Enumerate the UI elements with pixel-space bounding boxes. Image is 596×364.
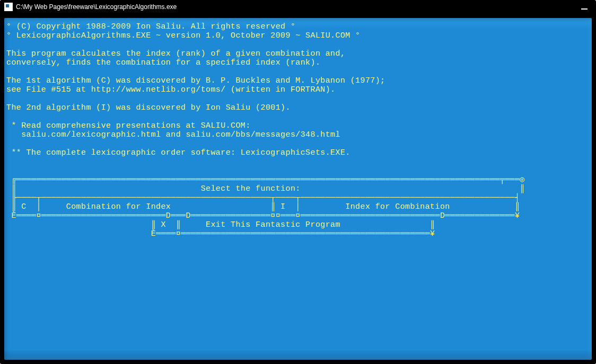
console-frame: ° (C) Copyright 1988-2009 Ion Saliu. All… bbox=[0, 14, 596, 364]
minimize-button[interactable] bbox=[577, 2, 592, 12]
read-line-2: saliu.com/lexicographic.html and saliu.c… bbox=[6, 130, 340, 139]
read-line-1: * Read comprehensive presentations at SA… bbox=[6, 121, 251, 130]
menu-header-row: ║ Select the function: ║ bbox=[6, 184, 525, 193]
complete-software-line: ** The complete lexicographic order soft… bbox=[6, 148, 350, 157]
copyright-line: ° (C) Copyright 1988-2009 Ion Saliu. All… bbox=[6, 22, 295, 31]
console-output[interactable]: ° (C) Copyright 1988-2009 Ion Saliu. All… bbox=[4, 18, 592, 360]
title-bar[interactable]: C:\My Web Pages\freeware\LexicographicAl… bbox=[0, 0, 596, 14]
menu-option-row-1[interactable]: ║ C │ Combination for Index ║ I │ Index … bbox=[6, 202, 520, 211]
menu-box-sep2: È════¤═════════════════════════D═══D════… bbox=[6, 211, 520, 220]
version-line: ° LexicographicAlgorithms.EXE ~ version … bbox=[6, 31, 361, 40]
menu-option-row-2[interactable]: ║ X ║ Exit This Fantastic Program ║ bbox=[6, 220, 435, 229]
algorithm-1-line-a: The 1st algorithm (C) was discovered by … bbox=[6, 76, 385, 85]
application-window: C:\My Web Pages\freeware\LexicographicAl… bbox=[0, 0, 596, 364]
app-icon bbox=[4, 3, 13, 11]
menu-box-sep1: ╟────┬──────────────────────────────────… bbox=[6, 193, 520, 202]
menu-box-bottom: È════¤══════════════════════════════════… bbox=[6, 229, 435, 238]
description-line-1: This program calculates the index (rank)… bbox=[6, 49, 345, 58]
description-line-2: conversely, finds the combination for a … bbox=[6, 58, 320, 67]
algorithm-1-line-b: see File #515 at http://www.netlib.org/t… bbox=[6, 85, 336, 94]
algorithm-2-line: The 2nd algorithm (I) was discovered by … bbox=[6, 103, 291, 112]
menu-box-top: ╔═══════════════════════════════════════… bbox=[6, 175, 525, 184]
window-title: C:\My Web Pages\freeware\LexicographicAl… bbox=[16, 3, 577, 11]
